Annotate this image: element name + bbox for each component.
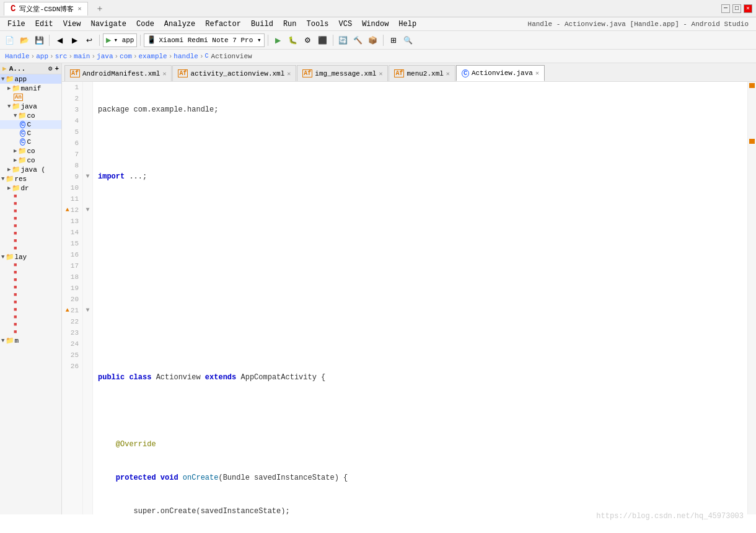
tree-item-res-7[interactable]: ■ — [0, 237, 61, 245]
breadcrumb-handle2[interactable]: handle — [174, 53, 198, 60]
toolbar-run[interactable]: ▶ — [271, 33, 285, 47]
breadcrumb-example[interactable]: example — [139, 53, 167, 60]
tree-item-lay-5[interactable]: ■ — [0, 291, 61, 299]
tree-item-app[interactable]: ▼ 📁 app — [0, 74, 61, 84]
toolbar-sync[interactable]: 🔄 — [336, 33, 350, 47]
close-button[interactable]: ✕ — [744, 4, 752, 13]
menu-file[interactable]: File — [2, 19, 30, 30]
toolbar-back[interactable]: ◀ — [53, 33, 66, 47]
tab-close-1[interactable]: ✕ — [162, 70, 166, 77]
breadcrumb-java[interactable]: java — [97, 53, 113, 60]
app-dropdown[interactable]: ▶ ▾ app — [103, 33, 137, 47]
toolbar-search[interactable]: 🔍 — [402, 33, 415, 47]
minimize-button[interactable]: ─ — [721, 4, 730, 13]
toolbar-open[interactable]: 📂 — [17, 33, 31, 47]
menu-vcs[interactable]: VCS — [334, 19, 358, 30]
menu-analyze[interactable]: Analyze — [159, 19, 200, 30]
sidebar-settings-icon[interactable]: ⚙ — [48, 64, 53, 73]
new-tab-button[interactable]: ＋ — [95, 3, 104, 14]
sidebar-folder-icon: ▶ — [2, 64, 7, 73]
tab-img-message[interactable]: Af img_message.xml ✕ — [297, 65, 388, 81]
tree-item-res-1[interactable]: ■ — [0, 193, 61, 200]
tree-item-java[interactable]: ▼ 📁 java — [0, 102, 61, 111]
browser-tab-close[interactable]: ✕ — [77, 5, 81, 12]
toolbar-debug[interactable]: 🐛 — [286, 33, 300, 47]
tree-item-res-5[interactable]: ■ — [0, 222, 61, 230]
toolbar-forward[interactable]: ▶ — [68, 33, 81, 47]
menu-help[interactable]: Help — [393, 19, 421, 30]
code-editor[interactable]: package com.example.handle; import ...; … — [93, 82, 747, 514]
toolbar-sdk[interactable]: 📦 — [366, 33, 380, 47]
tree-item-dr[interactable]: ▶ 📁 dr — [0, 183, 61, 193]
app-dropdown-label: ▾ app — [113, 36, 134, 44]
tree-item-lay-4[interactable]: ■ — [0, 284, 61, 291]
toolbar-layout[interactable]: ⊞ — [387, 33, 400, 47]
breadcrumb-handle[interactable]: Handle — [5, 53, 30, 60]
tree-item-c1[interactable]: C C — [0, 120, 61, 129]
toolbar-gradle[interactable]: 🔨 — [351, 33, 365, 47]
breadcrumb-app[interactable]: app — [36, 53, 48, 60]
tree-item-lay-3[interactable]: ■ — [0, 276, 61, 284]
toolbar-sep-2 — [99, 35, 100, 46]
menu-refactor[interactable]: Refactor — [200, 19, 246, 30]
tree-item-c2[interactable]: C C — [0, 129, 61, 138]
tree-item-res[interactable]: ▼ 📁 res — [0, 174, 61, 183]
tree-item-co1[interactable]: ▼ 📁 co — [0, 111, 61, 120]
tab-menu2[interactable]: Af menu2.xml ✕ — [389, 65, 455, 81]
tree-item-c3[interactable]: C C — [0, 138, 61, 146]
maximize-button[interactable]: □ — [732, 4, 741, 13]
tree-item-res-2[interactable]: ■ — [0, 200, 61, 208]
fold-9[interactable]: ▼ — [83, 171, 92, 182]
tree-item-res-6[interactable]: ■ — [0, 230, 61, 237]
tab-androidmanifest[interactable]: Af AndroidManifest.xml ✕ — [64, 65, 172, 81]
menu-run[interactable]: Run — [278, 19, 302, 30]
toolbar-new[interactable]: 📄 — [2, 33, 16, 47]
sidebar-add-icon[interactable]: + — [55, 65, 59, 73]
tree-item-lay-10[interactable]: ■ — [0, 328, 61, 336]
tree-item-lay-8[interactable]: ■ — [0, 314, 61, 321]
tree-item-lay-6[interactable]: ■ — [0, 299, 61, 306]
tree-item-m[interactable]: ▼ 📁 m — [0, 336, 61, 345]
menu-edit[interactable]: Edit — [30, 19, 58, 30]
tab-close-3[interactable]: ✕ — [379, 70, 382, 77]
menu-view[interactable]: View — [58, 19, 86, 30]
menu-code[interactable]: Code — [131, 19, 159, 30]
tree-item-co3[interactable]: ▶ 📁 co — [0, 156, 61, 165]
toolbar-profile[interactable]: ⚙ — [301, 33, 315, 47]
breadcrumb-src[interactable]: src — [55, 53, 68, 60]
tree-item-lay-7[interactable]: ■ — [0, 306, 61, 314]
tab-close-4[interactable]: ✕ — [446, 70, 450, 77]
tree-item-lay[interactable]: ▼ 📁 lay — [0, 252, 61, 262]
menu-tools[interactable]: Tools — [302, 19, 334, 30]
toolbar-refresh[interactable]: ↩ — [82, 33, 96, 47]
toolbar-save[interactable]: 💾 — [32, 33, 46, 47]
device-dropdown[interactable]: 📱 Xiaomi Redmi Note 7 Pro ▾ — [144, 33, 264, 47]
tree-item-manif[interactable]: ▶ 📁 manif — [0, 84, 61, 93]
fold-12[interactable]: ▼ — [83, 205, 92, 216]
menu-window[interactable]: Window — [357, 19, 393, 30]
tree-item-res-4[interactable]: ■ — [0, 215, 61, 222]
tab-close-2[interactable]: ✕ — [287, 70, 291, 77]
tab-close-5[interactable]: ✕ — [535, 69, 539, 77]
breadcrumb: Handle › app › src › main › java › com ›… — [0, 50, 756, 63]
code-line-6 — [98, 271, 742, 283]
tree-item-lay-1[interactable]: ■ — [0, 262, 61, 269]
tab-activity-actionview[interactable]: Af activity_actionview.xml ✕ — [172, 65, 296, 81]
right-gutter[interactable] — [747, 82, 756, 514]
tree-item-lay-9[interactable]: ■ — [0, 321, 61, 328]
tree-item-res-8[interactable]: ■ — [0, 245, 61, 252]
tree-item-co2[interactable]: ▶ 📁 co — [0, 146, 61, 156]
tree-item-java2[interactable]: ▶ 📁 java ( — [0, 165, 61, 174]
tree-item-res-3[interactable]: ■ — [0, 208, 61, 215]
fold-21[interactable]: ▼ — [83, 305, 92, 316]
editor-area[interactable]: 1 2 3 4 5 6 7 8 9 10 11 ▲12 13 14 15 16 … — [62, 82, 756, 514]
tree-item-lay-2[interactable]: ■ — [0, 269, 61, 276]
tree-item-an[interactable]: An — [0, 93, 61, 102]
toolbar-stop[interactable]: ⬛ — [316, 33, 330, 47]
browser-tab[interactable]: C 写义堂-CSDN博客 ✕ — [4, 2, 88, 15]
breadcrumb-com[interactable]: com — [120, 53, 132, 60]
tab-actionview-java[interactable]: C Actionview.java ✕ — [456, 65, 545, 81]
menu-build[interactable]: Build — [246, 19, 278, 30]
menu-navigate[interactable]: Navigate — [86, 19, 131, 30]
breadcrumb-main[interactable]: main — [74, 53, 90, 60]
